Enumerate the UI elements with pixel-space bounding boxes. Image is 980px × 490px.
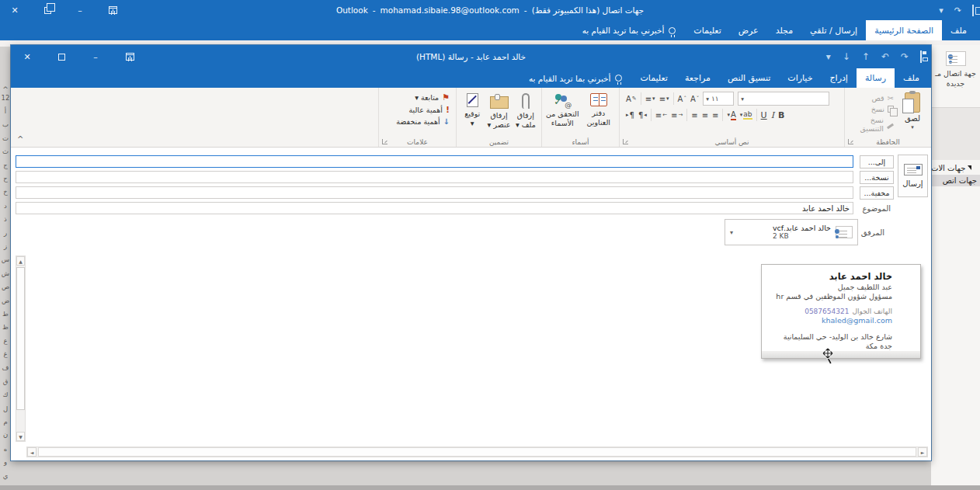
new-contact-button[interactable]: جهة اتصال مـ جديدة — [931, 48, 980, 104]
subject-input[interactable]: خالد احمد عابد — [16, 202, 853, 214]
index-letter[interactable]: ف — [2, 363, 9, 377]
paste-button[interactable]: لصق ▾ — [897, 90, 928, 134]
index-letter[interactable]: ن — [3, 431, 8, 444]
next-item-icon[interactable]: ↓ — [843, 51, 850, 62]
index-letter[interactable]: أ — [5, 107, 6, 120]
index-letter[interactable]: ش — [2, 269, 9, 283]
follow-up-button[interactable]: ⚑ متابعة ▾ — [382, 92, 453, 103]
tab-format-text[interactable]: تنسيق النص — [719, 68, 779, 88]
attach-item-button[interactable]: إرفاق عنصر ▾ — [486, 90, 511, 134]
italic-button[interactable]: I — [771, 110, 774, 120]
contact-alphabet-index[interactable]: ^ 12أبتثجحخدذرزسشصضطظعغفقكلمنهوي — [0, 85, 11, 485]
qat-overflow-icon[interactable]: ▾ — [939, 5, 944, 16]
index-letter[interactable]: م — [3, 418, 7, 431]
qat-overflow-icon[interactable]: ▾ — [826, 51, 831, 62]
bold-button[interactable]: B — [778, 110, 784, 120]
index-letter[interactable]: و — [4, 458, 7, 471]
index-collapse-icon[interactable]: ^ — [2, 85, 9, 94]
index-letter[interactable]: 12 — [2, 94, 10, 107]
clear-formatting-button[interactable]: A✎ — [626, 95, 637, 103]
redo-icon[interactable]: ↷ — [954, 5, 961, 16]
index-letter[interactable]: ز — [4, 242, 7, 255]
index-letter[interactable]: ق — [3, 377, 9, 391]
dialog-launcher-icon[interactable] — [623, 139, 628, 144]
cc-button[interactable]: نسخة... — [860, 171, 894, 184]
index-letter[interactable]: ط — [2, 310, 9, 323]
undo-icon[interactable]: ↶ — [881, 51, 889, 62]
highlight-button[interactable]: ▾ab — [740, 110, 752, 120]
bullets-button[interactable]: ≡▾ — [645, 95, 655, 103]
high-importance-button[interactable]: ! أهمية عالية — [382, 105, 453, 115]
index-letter[interactable]: س — [2, 255, 9, 269]
tab-help[interactable]: تعليمات — [631, 68, 676, 88]
save-icon[interactable] — [920, 51, 922, 62]
tell-me-box[interactable]: أخبرني بما تريد القيام به — [520, 68, 632, 88]
index-letter[interactable]: ك — [3, 391, 9, 404]
dialog-launcher-icon[interactable] — [848, 139, 853, 144]
send-button[interactable]: إرسال — [898, 155, 928, 197]
address-book-button[interactable]: دفتر العناوين — [582, 90, 617, 134]
selected-folder-item[interactable]: جهات اتص — [931, 175, 980, 186]
scroll-left-icon[interactable]: ◄ — [27, 447, 36, 457]
attachment-chip[interactable]: خالد احمد عابد.vcf 2 KB ▾ — [725, 219, 858, 245]
index-letter[interactable]: ض — [2, 297, 9, 310]
tab-help[interactable]: تعليمات — [685, 20, 729, 40]
shrink-font-button[interactable]: A˅ — [690, 95, 699, 103]
vertical-scrollbar[interactable]: ▲ ▼ — [16, 255, 26, 442]
attach-file-button[interactable]: إرفاق ملف ▾ — [513, 90, 538, 134]
tell-me-box[interactable]: أخبرني بما تريد القيام به — [573, 20, 686, 40]
decrease-indent-button[interactable]: ≡← — [655, 111, 667, 120]
index-letter[interactable]: ل — [3, 405, 8, 418]
scroll-down-icon[interactable]: ▼ — [16, 432, 25, 441]
redo-icon[interactable]: ↷ — [901, 51, 909, 62]
rtl-paragraph-button[interactable]: ¶◂ — [638, 111, 647, 120]
bcc-input[interactable] — [16, 186, 853, 199]
copy-button[interactable]: نسخ — [848, 105, 894, 113]
font-color-button[interactable]: ▾A — [727, 110, 735, 120]
tab-file[interactable]: ملف — [895, 68, 928, 88]
align-left-button[interactable]: ≡ — [712, 111, 718, 120]
tab-folder[interactable]: مجلد — [767, 20, 801, 40]
scroll-right-icon[interactable]: ► — [918, 447, 927, 457]
tab-view[interactable]: عرض — [730, 20, 767, 40]
index-letter[interactable]: ذ — [4, 215, 7, 228]
cut-button[interactable]: ✂ قص — [848, 94, 894, 103]
tab-options[interactable]: خيارات — [779, 68, 821, 88]
tab-message[interactable]: رسالة — [857, 68, 895, 88]
index-letter[interactable]: خ — [3, 188, 8, 201]
message-body[interactable]: ▲ ▼ ◄ ► خالد احمد عابد عبد اللطيف جميل م… — [11, 249, 931, 460]
low-importance-button[interactable]: ↓ أهمية منخفضة — [382, 117, 453, 126]
tab-home[interactable]: الصفحة الرئيسية — [866, 20, 942, 40]
cc-input[interactable] — [16, 171, 853, 183]
format-painter-button[interactable]: نسخ التنسيق — [848, 116, 894, 133]
tab-review[interactable]: مراجعة — [676, 68, 719, 88]
index-letter[interactable]: ص — [2, 283, 9, 296]
check-names-button[interactable]: ✓@ التحقق من الأسماء — [545, 90, 580, 134]
numbering-button[interactable]: ≡▾ — [659, 95, 669, 103]
index-letter[interactable]: د — [4, 202, 7, 215]
increase-indent-button[interactable]: ≡→ — [671, 111, 683, 120]
index-letter[interactable]: ر — [4, 229, 7, 242]
index-letter[interactable]: ث — [2, 148, 9, 161]
vertical-scroll-thumb[interactable] — [16, 267, 25, 410]
index-letter[interactable]: ح — [3, 175, 8, 188]
index-letter[interactable]: ب — [2, 120, 9, 134]
index-letter[interactable]: ج — [3, 162, 8, 175]
underline-button[interactable]: U — [761, 110, 767, 120]
align-center-button[interactable]: ≡ — [702, 111, 708, 120]
send-receive-icon[interactable] — [972, 5, 974, 16]
index-letter[interactable]: ت — [2, 134, 9, 148]
to-button[interactable]: إلى... — [860, 155, 894, 169]
font-name-combo[interactable]: ▾ — [738, 92, 829, 106]
grow-font-button[interactable]: A˄ — [678, 95, 686, 103]
ltr-paragraph-button[interactable]: ▸¶ — [626, 111, 634, 120]
previous-item-icon[interactable]: ↑ — [862, 51, 870, 62]
index-letter[interactable]: ي — [3, 472, 9, 485]
align-right-button[interactable]: ≡ — [691, 111, 697, 120]
business-card[interactable]: خالد احمد عابد عبد اللطيف جميل مسؤول شؤو… — [761, 264, 921, 359]
index-letter[interactable]: ظ — [2, 323, 9, 336]
index-letter[interactable]: غ — [3, 350, 7, 363]
font-size-combo[interactable]: ▾ ١١ — [703, 92, 734, 106]
tab-insert[interactable]: إدراج — [822, 68, 857, 88]
index-letter[interactable]: ه — [4, 445, 7, 458]
